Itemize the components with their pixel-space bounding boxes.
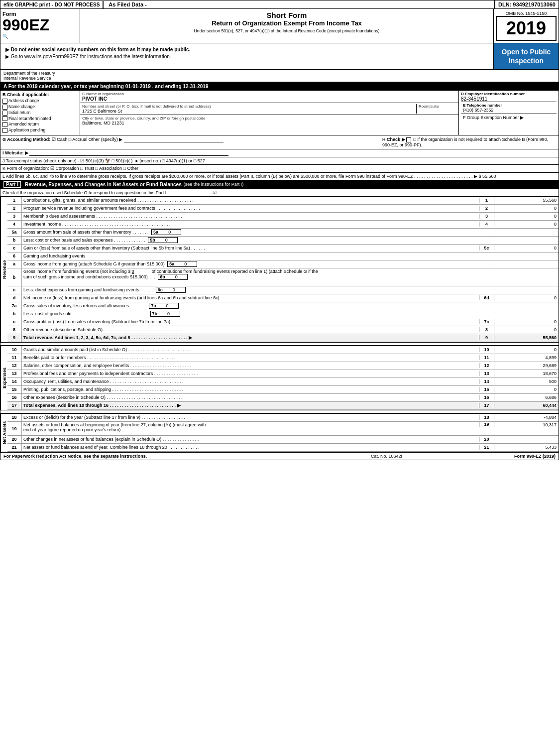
part-i-check-o-text: Check if the organization used Schedule … [2,190,217,195]
row-desc-6a: Gross income from gaming (attach Schedul… [21,260,479,267]
table-row: 18 Excess or (deficit) for the year (Sub… [7,414,559,422]
table-row: 13 Professional fees and other payments … [7,370,559,378]
notice-section: ▶ Do not enter social security numbers o… [0,43,559,70]
accounting-section: G Accounting Method: ☑ Cash □ Accrual Ot… [0,135,559,149]
phone-row: E Telephone number (410) 657-2352 [461,102,557,114]
schedule-b-check[interactable] [406,137,411,142]
row-desc-4: Investment income . . . . . . . . . . . … [21,221,479,227]
row-linenum-18: 18 [479,415,494,420]
accounting-other: Other (specify) ▶ [89,137,123,142]
row-desc-5b: Less: cost or other basis and sales expe… [21,237,479,244]
row-desc-10: Grants and similar amounts paid (list in… [21,347,479,353]
form-org-row: K Form of organization: ☑ Corporation □ … [0,165,559,173]
ein-section: D Employer identification number 82-3451… [459,91,559,135]
row-value-9: 55,560 [494,335,559,341]
notices-area: ▶ Do not enter social security numbers o… [0,43,494,69]
notice-line1: ▶ Do not enter social security numbers o… [5,47,488,52]
app-pending-check[interactable]: Application pending [2,127,78,133]
row-desc-21: Net assets or fund balances at end of ye… [21,444,479,450]
top-bar-left: efile GRAPHIC print - DO NOT PROCESS [0,1,104,8]
accounting-cash: ☑ Cash [52,137,68,142]
check-applicable: B Check if applicable: Address change Na… [0,91,80,135]
part-i-header: Part I Revenue, Expenses, and Changes in… [0,180,559,189]
row-num-6a: a [7,260,21,268]
row-value-5a [494,232,559,233]
row-value-19: 10,317 [494,422,559,428]
website-value [29,150,228,156]
add-lines-row: L Add lines 5b, 6c, and 7b to line 9 to … [0,173,559,180]
row-num-7c: c [7,318,21,326]
street-label: Number and street (or P. O. box, if mail… [82,104,416,109]
row-value-7a [494,305,559,306]
row-num-5c: c [7,245,21,252]
tax-exempt-text: J Tax-exempt status (check only one) - ☑… [2,158,205,163]
row-num-5b: b [7,237,21,244]
org-name-label: C Name of organization [82,92,456,96]
city-row: City or town, state or province, country… [80,115,458,126]
table-row: 8 Other revenue (describe in Schedule O)… [7,326,559,334]
inline-box-6c: 6c 0 [156,287,186,293]
row-linenum-14: 14 [479,379,494,384]
name-change-check[interactable]: Name change [2,104,78,110]
footer-right-text: Form 990-EZ (2019) [514,454,556,459]
row-desc-13: Professional fees and other payments to … [21,371,479,377]
row-num-7b: b [7,310,21,318]
row-value-15: 0 [494,386,559,392]
row-num-20: 20 [7,436,21,443]
row-value-14: 500 [494,378,559,384]
table-row: 2 Program service revenue including gove… [7,205,559,213]
org-name-row: C Name of organization PIVOT INC [80,91,458,103]
dept-info: Department of the TreasuryInternal Reven… [0,70,559,82]
row-value-11: 4,899 [494,355,559,361]
inline-box-7a: 7a 0 [149,303,179,309]
accounting-label-g: G Accounting Method: [2,137,50,142]
part-i-label: Part I [3,181,21,188]
row-linenum-7c: 7c [479,319,494,324]
net-assets-side-label: Net Assets [0,414,7,452]
section-divider-2 [0,410,559,414]
row-value-3: 0 [494,213,559,219]
row-num-21: 21 [7,444,21,451]
initial-return-check[interactable]: Initial return [2,110,78,116]
expenses-section: Expenses 10 Grants and similar amounts p… [0,346,559,410]
table-row: 5a Gross amount from sale of assets othe… [7,229,559,237]
final-return-check[interactable]: Final return/terminated [2,116,78,122]
row-num-16: 16 [7,394,21,401]
city-label: City or town, state or province, country… [82,116,456,121]
amended-return-check[interactable]: Amended return [2,122,78,127]
ein-value: 82-3451911 [461,96,557,102]
table-row: c Gross profit or (loss) from sales of i… [7,318,559,326]
accounting-right: H Check ▶ □ if the organization is not r… [382,137,557,147]
row-num-7a: 7a [7,302,21,310]
row-linenum-17: 17 [479,403,494,408]
website-label: I Website: ▶ [2,150,28,155]
footer-row: For Paperwork Reduction Act Notice, see … [0,452,559,460]
form-container: Form 990EZ 🔍 Short Form Return of Organi… [0,8,559,460]
open-to-public-area: Open to Public Inspection [494,43,559,69]
room-suite-area: Room/suite [417,104,456,114]
form-title2: Return of Organization Exempt From Incom… [85,19,488,27]
row-value-6 [494,255,559,256]
row-linenum-3: 3 [479,214,494,219]
row-linenum-4: 4 [479,222,494,227]
row-desc-7a: Gross sales of inventory, less returns a… [21,302,479,309]
row-value-7b [494,313,559,314]
table-row: 3 Membership dues and assessments . . . … [7,213,559,221]
row-num-9: 9 [7,334,21,342]
row-num-3: 3 [7,213,21,220]
table-row: c Less: direct expenses from gaming and … [7,286,559,294]
row-linenum-20: 20 [479,437,494,442]
inline-box-6b: 6b 0 [158,274,188,280]
table-row: b Gross income from fundraising events (… [7,268,559,286]
row-desc-11: Benefits paid to or for members . . . . … [21,355,479,361]
expenses-rows: 10 Grants and similar amounts paid (list… [7,346,559,410]
row-linenum-1: 1 [479,198,494,203]
row-value-17: 60,444 [494,402,559,408]
row-value-5c: 0 [494,245,559,251]
net-assets-section: Net Assets 18 Excess or (deficit) for th… [0,414,559,452]
table-row: c Gain or (loss) from sale of assets oth… [7,245,559,252]
row-linenum-11: 11 [479,355,494,360]
row-desc-3: Membership dues and assessments . . . . … [21,213,479,219]
top-bar: efile GRAPHIC print - DO NOT PROCESS As … [0,0,559,8]
address-change-check[interactable]: Address change [2,98,78,104]
